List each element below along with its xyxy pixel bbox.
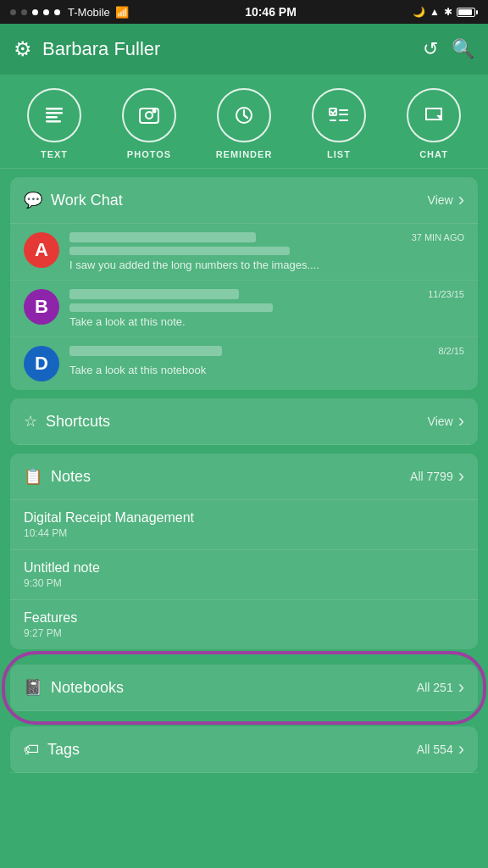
svg-rect-0 — [46, 108, 63, 110]
list-label: LIST — [327, 149, 351, 159]
avatar-a: A — [24, 232, 59, 268]
notebooks-wrapper: 📓 Notebooks All 251 — [10, 658, 478, 718]
chat-item-2[interactable]: B 11/23/15 Take a look at this note. — [10, 281, 478, 337]
reminder-icon — [217, 88, 271, 142]
chat-message-1: I saw you added the long numbers to the … — [69, 259, 464, 271]
work-chat-title: Work Chat — [51, 192, 123, 209]
svg-point-6 — [153, 110, 156, 113]
notes-all-label: All 7799 — [410, 470, 453, 483]
notebooks-all-label: All 251 — [417, 681, 453, 694]
search-icon[interactable]: 🔍 — [452, 38, 474, 60]
svg-line-9 — [244, 115, 247, 118]
shortcuts-view[interactable]: View — [428, 410, 464, 432]
chat-item-1[interactable]: A 37 MIN AGO I saw you added the long nu… — [10, 224, 478, 281]
work-chat-view-label: View — [428, 193, 453, 207]
reminder-label: REMINDER — [216, 149, 273, 159]
list-icon — [312, 88, 366, 142]
chat-name-blurred-2 — [69, 289, 239, 299]
shortcuts-icon: ☆ — [24, 412, 37, 431]
signal-dot-4 — [43, 9, 49, 15]
user-name: Barbara Fuller — [42, 38, 160, 60]
wifi-icon: 📶 — [115, 6, 129, 19]
avatar-b: B — [24, 289, 59, 325]
settings-icon[interactable]: ⚙ — [14, 37, 32, 61]
chat-subname-blurred-2 — [69, 303, 273, 312]
quick-action-photos[interactable]: PHOTOS — [102, 88, 197, 159]
chat-top-2: 11/23/15 — [69, 289, 464, 302]
tags-header[interactable]: 🏷 Tags All 554 — [10, 726, 478, 773]
chat-content-3: 8/2/15 Take a look at this notebook — [69, 346, 464, 376]
note-time-2: 9:30 PM — [24, 577, 464, 589]
chat-top-3: 8/2/15 — [69, 346, 464, 359]
tags-chevron — [457, 738, 464, 760]
notebooks-all[interactable]: All 251 — [417, 676, 464, 698]
notes-icon: 📋 — [24, 467, 42, 486]
work-chat-header[interactable]: 💬 Work Chat View — [10, 177, 478, 224]
svg-point-5 — [146, 112, 152, 119]
svg-rect-11 — [339, 109, 348, 111]
chat-time-3: 8/2/15 — [438, 346, 464, 356]
status-bar: T-Mobile 📶 10:46 PM 🌙 ▲ ✱ — [0, 0, 488, 24]
work-chat-icon: 💬 — [24, 191, 42, 209]
work-chat-header-left: 💬 Work Chat — [24, 191, 123, 209]
sync-icon[interactable]: ↺ — [423, 38, 438, 60]
chat-item-3[interactable]: D 8/2/15 Take a look at this notebook — [10, 337, 478, 390]
chat-message-3: Take a look at this notebook — [69, 364, 464, 376]
notebooks-section: 📓 Notebooks All 251 — [10, 665, 478, 711]
shortcuts-header[interactable]: ☆ Shortcuts View — [10, 398, 478, 445]
moon-icon: 🌙 — [413, 6, 425, 18]
tags-icon: 🏷 — [24, 741, 39, 759]
text-label: TEXT — [41, 149, 68, 159]
note-item-3[interactable]: Features 9:27 PM — [10, 600, 478, 649]
signal-dot-3 — [32, 9, 38, 15]
chat-icon — [407, 88, 461, 142]
tags-header-left: 🏷 Tags — [24, 741, 80, 759]
note-time-3: 9:27 PM — [24, 627, 464, 639]
tags-all[interactable]: All 554 — [417, 738, 464, 760]
note-item-1[interactable]: Digital Receipt Management 10:44 PM — [10, 500, 478, 550]
work-chat-view[interactable]: View — [428, 189, 464, 211]
battery-indicator — [457, 8, 478, 17]
tags-section: 🏷 Tags All 554 — [10, 726, 478, 773]
svg-rect-1 — [46, 112, 63, 114]
svg-rect-13 — [330, 120, 336, 121]
signal-dot-1 — [10, 9, 16, 15]
svg-rect-12 — [339, 114, 348, 115]
status-right: 🌙 ▲ ✱ — [413, 6, 478, 18]
signal-dot-5 — [54, 9, 60, 15]
main-content: 💬 Work Chat View A 37 MIN AGO I saw you … — [0, 169, 488, 790]
quick-action-chat[interactable]: CHAT — [386, 88, 481, 159]
bluetooth-icon: ✱ — [444, 6, 452, 18]
notebooks-icon: 📓 — [24, 678, 42, 697]
chat-time-1: 37 MIN AGO — [412, 232, 464, 242]
notes-section: 📋 Notes All 7799 Digital Receipt Managem… — [10, 453, 478, 649]
photos-label: PHOTOS — [127, 149, 171, 159]
header-icons: ↺ 🔍 — [423, 38, 474, 60]
text-icon — [27, 88, 81, 142]
chat-time-2: 11/23/15 — [428, 289, 464, 299]
quick-actions-bar: TEXT PHOTOS REMINDER — [0, 75, 488, 169]
notes-header[interactable]: 📋 Notes All 7799 — [10, 453, 478, 500]
photos-icon — [122, 88, 176, 142]
shortcuts-section: ☆ Shortcuts View — [10, 398, 478, 445]
quick-action-text[interactable]: TEXT — [7, 88, 102, 159]
notebooks-header[interactable]: 📓 Notebooks All 251 — [10, 665, 478, 711]
notes-chevron — [457, 465, 464, 487]
note-time-1: 10:44 PM — [24, 527, 464, 539]
chat-top-1: 37 MIN AGO — [69, 232, 464, 245]
notes-title: Notes — [51, 468, 91, 486]
notes-all[interactable]: All 7799 — [410, 465, 464, 487]
chat-subname-blurred-1 — [69, 247, 290, 255]
tags-title: Tags — [47, 741, 80, 759]
chat-content-2: 11/23/15 Take a look at this note. — [69, 289, 464, 328]
quick-action-list[interactable]: LIST — [291, 88, 386, 159]
shortcuts-title: Shortcuts — [46, 413, 110, 431]
quick-action-reminder[interactable]: REMINDER — [197, 88, 291, 159]
chat-name-blurred-1 — [69, 232, 256, 242]
work-chat-chevron — [457, 189, 464, 211]
note-item-2[interactable]: Untitled note 9:30 PM — [10, 550, 478, 600]
signal-dot-2 — [21, 9, 27, 15]
tags-all-label: All 554 — [417, 743, 453, 756]
chat-message-2: Take a look at this note. — [69, 315, 464, 328]
header-left: ⚙ Barbara Fuller — [14, 37, 160, 61]
